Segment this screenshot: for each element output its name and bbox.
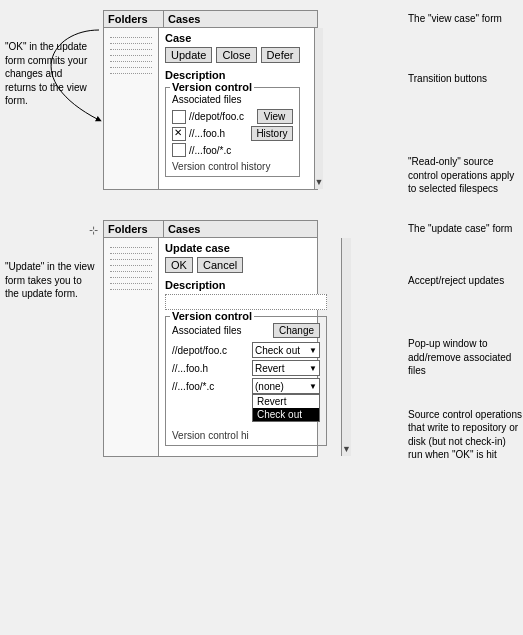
file3-name: //...foo/*.c: [189, 145, 293, 156]
dropdown-option-checkout[interactable]: Check out: [253, 408, 319, 421]
update-folders-column: [104, 238, 159, 456]
right-annotation-view-form: The "view case" form: [408, 12, 523, 26]
update-case-title: Update case: [165, 242, 327, 254]
update-form-folders-header: Folders: [104, 221, 164, 237]
view-form-folders-header: Folders: [104, 11, 164, 27]
update-button[interactable]: Update: [165, 47, 212, 63]
vc-legend: Version control: [170, 81, 254, 93]
update-vc-history-label: Version control hi: [172, 430, 320, 441]
right-annotation-popup: Pop-up window to add/remove associated f…: [408, 337, 523, 378]
update-file3-name: //...foo/*.c: [172, 381, 252, 392]
scrollbar[interactable]: ▼: [314, 28, 324, 189]
change-button[interactable]: Change: [273, 323, 320, 338]
file1-operation-select[interactable]: Check out ▼: [252, 342, 320, 358]
update-file2-name: //...foo.h: [172, 363, 252, 374]
cancel-button[interactable]: Cancel: [197, 257, 243, 273]
file1-name: //depot/foo.c: [189, 111, 255, 122]
file2-operation-select[interactable]: Revert ▼: [252, 360, 320, 376]
file3-operation-select[interactable]: (none) ▼: [252, 378, 320, 394]
update-scroll-down-arrow[interactable]: ▼: [342, 444, 351, 454]
dropdown-arrow1: ▼: [309, 346, 317, 355]
view-form-cases-header: Cases: [164, 11, 204, 27]
resize-icon: ⊹: [89, 224, 98, 237]
dropdown-arrow3: ▼: [309, 382, 317, 391]
vc-history-label: Version control history: [172, 161, 293, 172]
file2-checkbox[interactable]: [172, 127, 186, 141]
view-case-section-title: Case: [165, 32, 300, 44]
folders-column: [104, 28, 159, 189]
dropdown-arrow2: ▼: [309, 364, 317, 373]
ok-button[interactable]: OK: [165, 257, 193, 273]
view-button[interactable]: View: [257, 109, 293, 124]
update-file1-name: //depot/foo.c: [172, 345, 252, 356]
file1-checkbox[interactable]: [172, 110, 186, 124]
right-annotation-readonly: "Read-only" source control operations ap…: [408, 155, 523, 196]
history-button[interactable]: History: [251, 126, 292, 141]
update-form-cases-header: Cases: [164, 221, 204, 237]
update-description-title: Description: [165, 279, 327, 291]
update-scrollbar[interactable]: ▼: [341, 238, 351, 456]
file3-checkbox[interactable]: [172, 143, 186, 157]
description-input[interactable]: [165, 294, 327, 310]
update-vc-legend: Version control: [170, 310, 254, 322]
right-annotation-accept-reject: Accept/reject updates: [408, 274, 523, 288]
assoc-files-label: Associated files: [172, 94, 293, 105]
defer-button[interactable]: Defer: [261, 47, 300, 63]
file2-name: //...foo.h: [189, 128, 249, 139]
description-title: Description: [165, 69, 300, 81]
right-annotation-transition: Transition buttons: [408, 72, 523, 86]
update-assoc-files-label: Associated files: [172, 325, 273, 336]
right-annotation-source-ops: Source control operations that write to …: [408, 408, 523, 462]
close-button[interactable]: Close: [216, 47, 256, 63]
scroll-down-arrow[interactable]: ▼: [315, 177, 324, 187]
right-annotation-update-form: The "update case" form: [408, 222, 523, 236]
left-annotation-bottom: "Update" in the view form takes you to t…: [5, 261, 94, 299]
left-annotation-top: "OK" in the update form commits your cha…: [5, 41, 87, 106]
dropdown-list[interactable]: Revert Check out: [252, 394, 320, 422]
dropdown-option-revert[interactable]: Revert: [253, 395, 319, 408]
